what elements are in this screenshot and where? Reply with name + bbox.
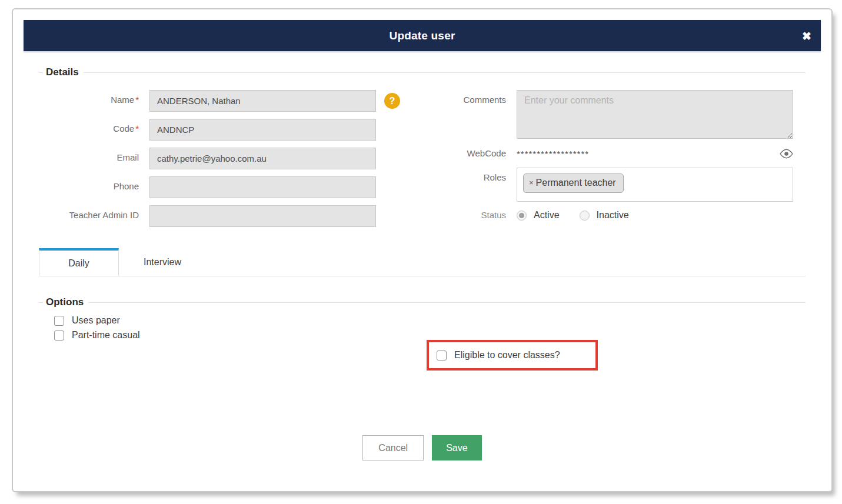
details-section-legend: Details (39, 66, 806, 78)
details-legend-text: Details (46, 66, 79, 78)
webcode-masked-value: ****************** (517, 149, 589, 159)
email-row: Email (39, 148, 420, 169)
status-inactive-option[interactable]: Inactive (580, 210, 629, 221)
webcode-row: WebCode ****************** (459, 148, 806, 159)
code-field[interactable] (149, 119, 376, 141)
tab-bar: Daily Interview (39, 248, 806, 276)
comments-label: Comments (459, 90, 517, 141)
required-asterisk: * (135, 124, 139, 133)
webcode-label: WebCode (459, 148, 517, 159)
uses-paper-checkbox[interactable] (54, 316, 64, 326)
dialog-footer: Cancel Save (39, 435, 806, 482)
dialog-header: Update user ✖ (24, 20, 821, 51)
status-active-label: Active (534, 210, 560, 221)
phone-row: Phone (39, 176, 420, 198)
options-section-legend: Options (39, 296, 806, 308)
teacher-admin-id-field[interactable] (149, 205, 376, 227)
status-label: Status (459, 210, 517, 221)
status-inactive-label: Inactive (597, 210, 629, 221)
save-button[interactable]: Save (432, 435, 481, 460)
uses-paper-option[interactable]: Uses paper (54, 315, 806, 326)
name-label: Name* (39, 90, 149, 112)
eligible-to-cover-checkbox[interactable] (437, 351, 447, 361)
roles-row: Roles × Permanent teacher (459, 168, 806, 202)
uses-paper-label: Uses paper (72, 315, 120, 326)
dialog-title: Update user (389, 29, 455, 42)
eligible-to-cover-option[interactable]: Eligible to cover classes? (437, 350, 560, 361)
remove-tag-icon[interactable]: × (529, 178, 534, 187)
part-time-casual-checkbox[interactable] (54, 331, 64, 341)
email-label: Email (39, 148, 149, 169)
radio-inactive[interactable] (580, 211, 590, 221)
roles-multiselect[interactable]: × Permanent teacher (517, 168, 793, 202)
status-row: Status Active Inactive (459, 210, 806, 221)
email-field[interactable] (149, 148, 376, 169)
role-tag-label: Permanent teacher (536, 178, 616, 188)
options-legend-text: Options (46, 296, 84, 308)
radio-active[interactable] (517, 211, 527, 221)
phone-field[interactable] (149, 176, 376, 198)
part-time-casual-label: Part-time casual (72, 330, 140, 341)
help-icon[interactable]: ? (384, 93, 400, 109)
tab-daily[interactable]: Daily (39, 248, 119, 276)
comments-field[interactable] (517, 90, 793, 139)
phone-label: Phone (39, 176, 149, 198)
highlight-annotation: Eligible to cover classes? (427, 340, 598, 371)
teacher-admin-id-row: Teacher Admin ID (39, 205, 420, 227)
close-icon[interactable]: ✖ (802, 30, 811, 41)
eye-icon[interactable] (780, 149, 793, 159)
required-asterisk: * (135, 95, 139, 105)
tab-interview[interactable]: Interview (119, 248, 206, 276)
name-field[interactable] (149, 90, 376, 112)
code-label: Code* (39, 119, 149, 141)
cancel-button[interactable]: Cancel (362, 435, 424, 460)
role-tag: × Permanent teacher (523, 173, 624, 193)
eligible-to-cover-label: Eligible to cover classes? (454, 350, 560, 361)
part-time-casual-option[interactable]: Part-time casual (54, 330, 806, 341)
name-row: Name* ? (39, 90, 420, 112)
status-active-option[interactable]: Active (517, 210, 560, 221)
comments-row: Comments (459, 90, 806, 141)
code-row: Code* (39, 119, 420, 141)
update-user-dialog: Update user ✖ Details Name* ? (12, 8, 833, 492)
roles-label: Roles (459, 168, 517, 202)
teacher-admin-id-label: Teacher Admin ID (39, 205, 149, 227)
